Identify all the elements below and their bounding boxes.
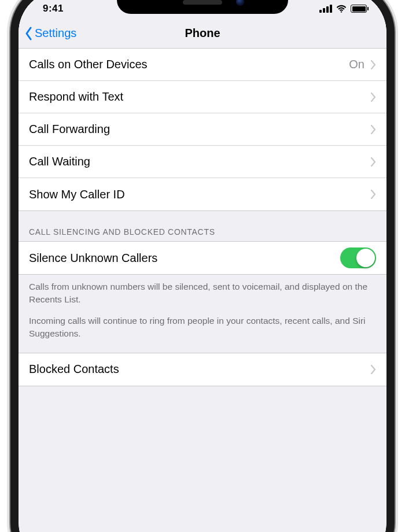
row-show-my-caller-id[interactable]: Show My Caller ID [19,178,386,210]
row-label: Show My Caller ID [29,188,370,201]
cellular-signal-icon [319,5,332,13]
row-label: Call Waiting [29,155,370,168]
chevron-right-icon [370,125,376,134]
row-label: Silence Unknown Callers [29,252,340,265]
chevron-right-icon [370,190,376,199]
chevron-right-icon [370,157,376,167]
section-header-silencing: CALL SILENCING AND BLOCKED CONTACTS [19,211,386,241]
footer-text-2: Incoming calls will continue to ring fro… [29,315,376,339]
chevron-left-icon [24,27,34,40]
row-label: Blocked Contacts [29,363,370,376]
notch [117,0,288,14]
earpiece-speaker [183,0,222,5]
wifi-icon [336,5,347,13]
row-silence-unknown-callers[interactable]: Silence Unknown Callers [19,242,386,274]
back-label: Settings [35,27,76,40]
toggle-knob [356,249,375,267]
chevron-right-icon [370,60,376,69]
section-footer-silencing: Calls from unknown numbers will be silen… [19,275,386,353]
page-title: Phone [185,27,220,40]
row-call-waiting[interactable]: Call Waiting [19,146,386,178]
row-calls-on-other-devices[interactable]: Calls on Other Devices On [19,49,386,81]
battery-icon [351,5,367,13]
row-value: On [349,58,365,71]
back-button[interactable]: Settings [23,27,185,40]
chevron-right-icon [370,365,376,374]
row-label: Respond with Text [29,90,370,104]
row-respond-with-text[interactable]: Respond with Text [19,81,386,113]
navigation-bar: Settings Phone [19,19,386,49]
front-camera [236,0,244,6]
silence-unknown-toggle[interactable] [340,247,376,268]
footer-text-1: Calls from unknown numbers will be silen… [29,280,376,305]
chevron-right-icon [370,93,376,102]
row-call-forwarding[interactable]: Call Forwarding [19,113,386,146]
row-label: Calls on Other Devices [29,58,349,71]
status-time: 9:41 [32,3,64,14]
iphone-device-frame: 9:41 Settings [10,0,395,532]
row-label: Call Forwarding [29,123,370,136]
row-blocked-contacts[interactable]: Blocked Contacts [19,353,386,386]
